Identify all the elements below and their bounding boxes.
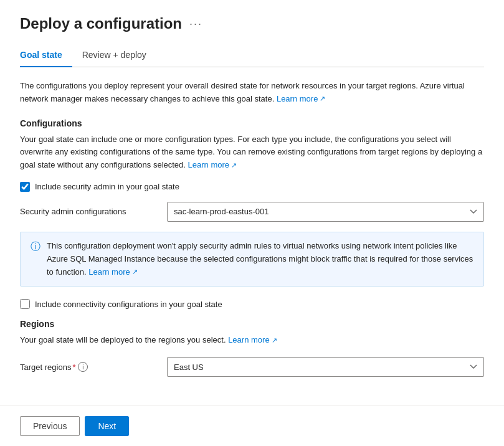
target-regions-label-container: Target regions * i [20, 362, 157, 372]
external-link-icon-4: ↗ [272, 335, 277, 346]
goal-state-description: The configurations you deploy represent … [20, 80, 484, 106]
info-box-learn-more-link[interactable]: Learn more ↗ [88, 266, 137, 279]
include-connectivity-checkbox[interactable] [20, 299, 30, 309]
info-tooltip-icon[interactable]: i [78, 362, 88, 372]
info-box-text: This configuration deployment won't appl… [47, 240, 473, 278]
regions-learn-more-link[interactable]: Learn more ↗ [228, 334, 277, 347]
target-regions-select[interactable]: East US West US North Europe West Europe [167, 357, 484, 377]
external-link-icon-1: ↗ [320, 93, 325, 105]
more-options-icon[interactable]: ··· [189, 17, 202, 31]
info-circle-icon: ⓘ [31, 240, 40, 254]
security-admin-row: Security admin configurations sac-learn-… [20, 202, 484, 222]
learn-more-link-2[interactable]: Learn more ↗ [188, 159, 237, 172]
target-regions-row: Target regions * i East US West US North… [20, 357, 484, 377]
configurations-section: Configurations Your goal state can inclu… [20, 118, 484, 172]
regions-description: Your goal state will be deployed to the … [20, 334, 484, 347]
learn-more-link-1[interactable]: Learn more ↗ [277, 93, 325, 106]
tab-review-deploy[interactable]: Review + deploy [82, 45, 156, 67]
regions-title: Regions [20, 319, 484, 329]
previous-button[interactable]: Previous [20, 416, 80, 436]
tabs-container: Goal state Review + deploy [20, 45, 484, 67]
target-regions-label: Target regions [20, 363, 71, 372]
configurations-description: Your goal state can include one or more … [20, 133, 484, 172]
external-link-icon-2: ↗ [231, 160, 237, 171]
page-title: Deploy a configuration [20, 15, 182, 32]
include-security-admin-row: Include security admin in your goal stat… [20, 182, 484, 192]
page-header: Deploy a configuration ··· [20, 15, 484, 32]
tab-goal-state[interactable]: Goal state [20, 45, 72, 67]
include-security-admin-checkbox[interactable] [20, 182, 30, 192]
include-connectivity-row: Include connectivity configurations in y… [20, 299, 484, 309]
security-admin-select[interactable]: sac-learn-prod-eastus-001 [167, 202, 484, 222]
footer: Previous Next [0, 406, 504, 446]
external-link-icon-3: ↗ [132, 267, 138, 278]
required-indicator: * [72, 363, 75, 372]
include-security-admin-label[interactable]: Include security admin in your goal stat… [35, 182, 179, 191]
regions-section: Regions Your goal state will be deployed… [20, 319, 484, 377]
include-connectivity-label[interactable]: Include connectivity configurations in y… [35, 300, 222, 309]
configurations-title: Configurations [20, 118, 484, 128]
next-button[interactable]: Next [85, 416, 129, 436]
security-admin-label: Security admin configurations [20, 207, 157, 216]
info-box: ⓘ This configuration deployment won't ap… [20, 232, 484, 287]
